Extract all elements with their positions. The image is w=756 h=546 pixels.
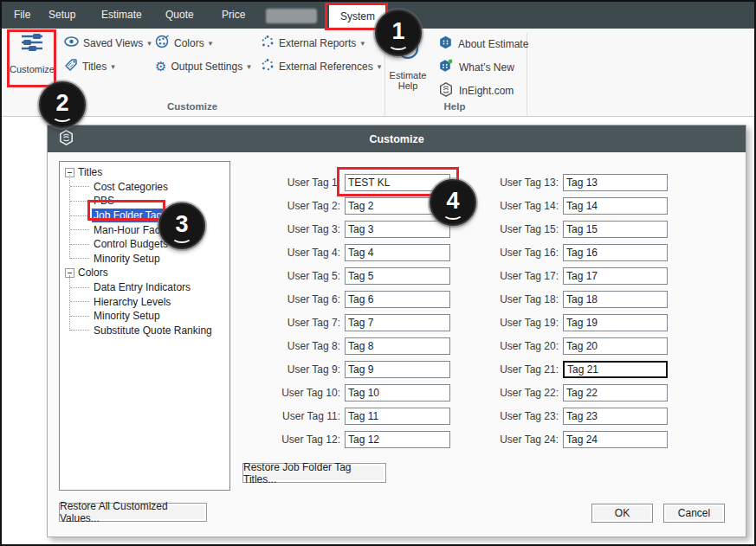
- user-tag-label: User Tag 16:: [470, 244, 559, 261]
- user-tag-label: User Tag 9:: [252, 361, 340, 378]
- eye-icon: [64, 35, 79, 51]
- user-tag-input-16[interactable]: [563, 244, 668, 261]
- user-tag-label: User Tag 19:: [470, 314, 559, 331]
- hex-badge-new-icon: [439, 59, 453, 76]
- customize-button[interactable]: Customize: [9, 32, 55, 87]
- user-tag-row: User Tag 16:: [470, 244, 668, 261]
- user-tag-row: User Tag 1:: [252, 174, 450, 191]
- restore-job-folder-tag-titles-button[interactable]: Restore Job Folder Tag Titles...: [242, 463, 386, 483]
- tree-node-label: Data Entry Indicators: [92, 280, 192, 294]
- user-tag-input-24[interactable]: [563, 431, 668, 448]
- restore-all-customized-values-button[interactable]: Restore All Customized Values...: [59, 503, 207, 522]
- sliders-icon: [20, 32, 44, 56]
- user-tag-input-10[interactable]: [345, 384, 450, 401]
- menu-tab-estimate[interactable]: Estimate: [101, 2, 142, 29]
- user-tag-input-7[interactable]: [345, 314, 450, 331]
- external-reports-button[interactable]: External Reports: [261, 35, 365, 51]
- user-tag-label: User Tag 17:: [470, 267, 559, 285]
- user-tags-column-left: User Tag 1: User Tag 2: User Tag 3: User…: [252, 174, 450, 454]
- user-tag-input-12[interactable]: [345, 431, 450, 448]
- tree-node-label: Titles: [78, 166, 102, 178]
- menu-tab-file[interactable]: File: [14, 2, 30, 29]
- external-references-button[interactable]: External References: [261, 59, 381, 74]
- callout-4: 4: [430, 179, 476, 226]
- cancel-button[interactable]: Cancel: [663, 504, 725, 523]
- user-tag-input-3[interactable]: [345, 221, 450, 238]
- titles-button[interactable]: Titles: [64, 59, 115, 74]
- saved-views-button[interactable]: Saved Views: [64, 35, 152, 51]
- user-tag-input-9[interactable]: [345, 361, 450, 378]
- tree-node-pbs[interactable]: PBS: [60, 194, 229, 209]
- saved-views-label: Saved Views: [83, 37, 143, 49]
- user-tag-label: User Tag 18:: [470, 291, 559, 308]
- user-tag-label: User Tag 13:: [470, 174, 559, 191]
- user-tag-input-19[interactable]: [563, 314, 668, 331]
- ineight-com-link[interactable]: InEight.com: [439, 84, 514, 98]
- whats-new-link[interactable]: What’s New: [439, 61, 514, 74]
- menu-tab-setup[interactable]: Setup: [48, 2, 75, 29]
- callout-1: 1: [375, 10, 422, 56]
- about-estimate-link[interactable]: About Estimate: [439, 37, 528, 51]
- user-tag-label: User Tag 8:: [252, 337, 340, 355]
- tree-node-colors[interactable]: Colors: [60, 266, 229, 280]
- user-tag-label: User Tag 10:: [252, 384, 340, 401]
- output-settings-button[interactable]: ⚙ Output Settings: [155, 59, 251, 74]
- estimate-help-label-line2: Help: [383, 80, 433, 91]
- user-tag-label: User Tag 22:: [470, 384, 559, 401]
- user-tag-row: User Tag 24:: [470, 431, 668, 448]
- menu-tab-quote[interactable]: Quote: [165, 2, 194, 29]
- user-tag-row: User Tag 23:: [470, 408, 668, 425]
- ok-button[interactable]: OK: [591, 504, 653, 523]
- user-tag-input-17[interactable]: [563, 267, 668, 285]
- tag-icon: [64, 58, 78, 75]
- tree-node-data-entry-indicators[interactable]: Data Entry Indicators: [60, 280, 229, 295]
- user-tag-input-18[interactable]: [563, 291, 668, 308]
- colors-button[interactable]: Colors: [155, 35, 212, 51]
- user-tag-row: User Tag 3:: [252, 221, 450, 238]
- user-tag-row: User Tag 15:: [470, 221, 668, 238]
- user-tag-input-21[interactable]: [563, 361, 668, 378]
- tree-node-minority-setup-colors[interactable]: Minority Setup: [60, 309, 229, 324]
- user-tag-label: User Tag 20:: [470, 337, 559, 355]
- spark-icon: [261, 35, 275, 52]
- settings-tree: Titles Cost Categories PBS Job Folder Ta…: [59, 161, 230, 491]
- user-tag-input-22[interactable]: [563, 384, 668, 401]
- tree-node-label: Control Budgets: [92, 237, 170, 251]
- user-tag-label: User Tag 1:: [252, 174, 340, 191]
- user-tag-label: User Tag 4:: [252, 244, 340, 261]
- tree-node-titles[interactable]: Titles: [60, 165, 229, 180]
- palette-icon: [155, 35, 170, 52]
- tree-node-control-budgets[interactable]: Control Budgets: [60, 237, 229, 252]
- user-tag-input-8[interactable]: [345, 337, 450, 355]
- user-tag-input-4[interactable]: [345, 244, 450, 261]
- external-reports-label: External Reports: [279, 37, 356, 49]
- user-tag-input-23[interactable]: [563, 408, 668, 425]
- customize-button-label: Customize: [10, 64, 55, 74]
- user-tag-input-11[interactable]: [345, 408, 450, 425]
- user-tag-label: User Tag 11:: [252, 408, 340, 425]
- user-tag-input-6[interactable]: [345, 291, 450, 308]
- estimate-help-label-line1: Estimate: [383, 70, 433, 80]
- user-tag-row: User Tag 6:: [252, 291, 450, 308]
- tree-node-substitute-quote-ranking[interactable]: Substitute Quote Ranking: [60, 324, 229, 338]
- titles-label: Titles: [82, 61, 107, 73]
- user-tag-input-15[interactable]: [563, 221, 668, 238]
- user-tag-input-5[interactable]: [345, 267, 450, 285]
- user-tag-row: User Tag 14:: [470, 197, 668, 215]
- user-tag-row: User Tag 10:: [252, 384, 450, 401]
- tree-node-label: Minority Setup: [92, 252, 162, 266]
- user-tag-row: User Tag 11:: [252, 408, 450, 425]
- gear-icon: ⚙: [155, 60, 166, 74]
- tree-node-cost-categories[interactable]: Cost Categories: [60, 180, 229, 195]
- callout-3: 3: [158, 202, 205, 249]
- tree-node-hierarchy-levels[interactable]: Hierarchy Levels: [60, 294, 229, 309]
- user-tag-row: User Tag 2:: [252, 197, 450, 215]
- user-tag-input-20[interactable]: [563, 337, 668, 355]
- user-tag-input-14[interactable]: [563, 197, 668, 215]
- user-tag-label: User Tag 21:: [470, 361, 559, 378]
- dialog-titlebar[interactable]: Customize: [48, 125, 746, 152]
- menu-tab-price[interactable]: Price: [222, 2, 245, 29]
- redacted-menu-tab: [266, 9, 317, 23]
- tree-node-minority-setup-titles[interactable]: Minority Setup: [60, 252, 229, 267]
- user-tag-input-13[interactable]: [563, 174, 668, 191]
